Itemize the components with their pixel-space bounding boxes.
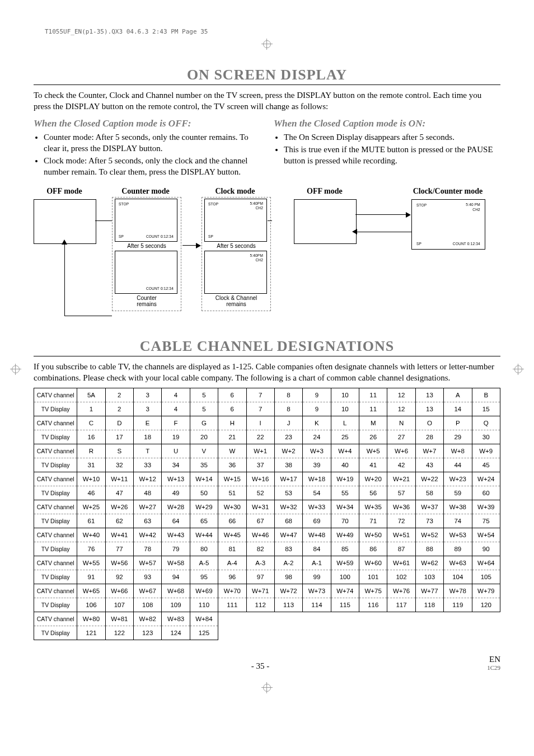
print-header: T1055UF_EN(p1-35).QX3 04.6.3 2:43 PM Pag…: [45, 28, 500, 35]
catv-cell: W+31: [246, 500, 274, 514]
tv-text-count: COUNT 0:12:34: [146, 234, 174, 238]
disp-cell: 27: [387, 430, 415, 444]
disp-cell: 123: [134, 626, 162, 640]
disp-cell: 103: [415, 570, 443, 584]
osd-intro: To check the Counter, Clock and Channel …: [34, 90, 500, 112]
disp-cell: 120: [472, 598, 500, 612]
catv-row-label: CATV channel: [34, 584, 77, 598]
disp-cell: 39: [303, 458, 331, 472]
disp-cell: 69: [303, 514, 331, 528]
disp-cell: 33: [134, 458, 162, 472]
registration-mark-top: [261, 39, 273, 50]
catv-cell: 9: [303, 388, 331, 402]
subhead-cc-on: When the Closed Caption mode is ON:: [274, 118, 500, 129]
catv-cell: W+14: [190, 472, 218, 486]
catv-cell: W+72: [274, 584, 302, 598]
catv-cell: W+30: [218, 500, 246, 514]
disp-cell: 8: [274, 402, 302, 416]
arrow-right-icon: [196, 243, 201, 248]
catv-cell: W+2: [274, 444, 302, 458]
tv-box-counter-bottom: COUNT 0:12:34: [115, 251, 177, 294]
connector-line: [64, 316, 112, 316]
disp-cell: 11: [359, 402, 387, 416]
catv-cell: C: [77, 416, 105, 430]
catv-cell: T: [134, 444, 162, 458]
catv-cell: Q: [472, 416, 500, 430]
disp-cell: 87: [387, 542, 415, 556]
tv-display-row-label: TV Display: [34, 430, 77, 444]
disp-cell: 121: [77, 626, 105, 640]
disp-cell: 106: [77, 598, 105, 612]
registration-mark-bottom: [261, 682, 273, 693]
page-number: - 35 -: [251, 661, 270, 671]
disp-cell: 22: [246, 430, 274, 444]
disp-cell: 109: [162, 598, 190, 612]
disp-cell: 104: [444, 570, 472, 584]
disp-cell: 101: [359, 570, 387, 584]
disp-cell: 112: [246, 598, 274, 612]
catv-cell: W+55: [77, 556, 105, 570]
disp-cell: 46: [77, 486, 105, 500]
disp-cell: 70: [331, 514, 359, 528]
disp-cell: 75: [472, 514, 500, 528]
catv-cell: W+76: [387, 584, 415, 598]
disp-cell: 30: [472, 430, 500, 444]
disp-cell: 7: [246, 402, 274, 416]
tv-text-count: COUNT 0:12:34: [146, 287, 174, 290]
disp-cell: 19: [162, 430, 190, 444]
catv-cell: 4: [162, 388, 190, 402]
disp-cell: 85: [331, 542, 359, 556]
catv-cell: W+78: [444, 584, 472, 598]
disp-cell: 117: [387, 598, 415, 612]
catv-cell: W+32: [274, 500, 302, 514]
label-counter-remains: Counter remains: [115, 295, 179, 307]
disp-cell: 96: [218, 570, 246, 584]
tv-text-stop: STOP: [119, 202, 129, 206]
disp-cell: 114: [303, 598, 331, 612]
catv-cell: A-5: [190, 556, 218, 570]
catv-cell: W+7: [415, 444, 443, 458]
catv-cell: W+6: [387, 444, 415, 458]
catv-cell: A-3: [246, 556, 274, 570]
catv-cell: W+81: [105, 612, 133, 626]
catv-cell: W+13: [162, 472, 190, 486]
disp-cell: 56: [359, 486, 387, 500]
disp-cell: 76: [77, 542, 105, 556]
disp-cell: 67: [246, 514, 274, 528]
arrow-left-icon: [352, 229, 357, 234]
disp-cell: 118: [415, 598, 443, 612]
catv-cell: W+38: [444, 500, 472, 514]
catv-cell: W: [218, 444, 246, 458]
catv-cell: O: [415, 416, 443, 430]
catv-cell: B: [472, 388, 500, 402]
disp-cell: 29: [444, 430, 472, 444]
disp-cell: 48: [134, 486, 162, 500]
connector-line: [182, 245, 196, 246]
registration-mark-right: [513, 364, 524, 375]
catv-cell: W+3: [303, 444, 331, 458]
catv-cell: W+51: [387, 528, 415, 542]
disp-cell: 42: [387, 458, 415, 472]
catv-cell: 11: [359, 388, 387, 402]
disp-cell: 81: [218, 542, 246, 556]
catv-cell: W+66: [105, 584, 133, 598]
catv-cell: K: [303, 416, 331, 430]
disp-cell: 1: [77, 402, 105, 416]
catv-cell: W+62: [415, 556, 443, 570]
disp-cell: 107: [105, 598, 133, 612]
disp-cell: 5: [190, 402, 218, 416]
tv-text-time: 5:40PM: [250, 253, 263, 257]
disp-cell: 52: [246, 486, 274, 500]
catv-cell: 5: [190, 388, 218, 402]
disp-cell: 58: [415, 486, 443, 500]
catv-cell: W+12: [134, 472, 162, 486]
catv-row-label: CATV channel: [34, 612, 77, 626]
disp-cell: 84: [303, 542, 331, 556]
disp-cell: 55: [331, 486, 359, 500]
disp-cell: 13: [415, 402, 443, 416]
bullet: This is true even if the MUTE button is …: [284, 144, 500, 167]
disp-cell: 100: [331, 570, 359, 584]
catv-cell: W+10: [77, 472, 105, 486]
disp-cell: 28: [415, 430, 443, 444]
catv-row-label: CATV channel: [34, 416, 77, 430]
